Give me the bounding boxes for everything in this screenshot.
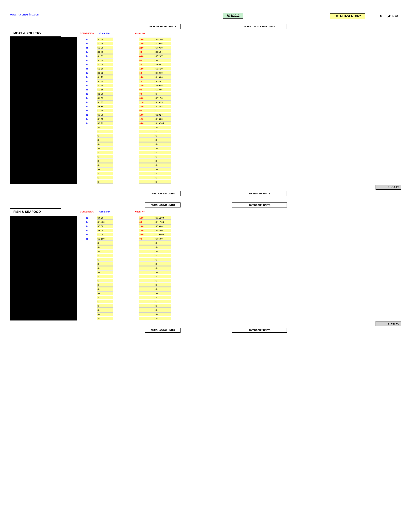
price-cell: $2.50 bbox=[97, 92, 113, 95]
item-name-cell bbox=[10, 66, 77, 71]
table-row: lb$0.8932.0$28.48 bbox=[10, 104, 401, 108]
fish-purchasing-units-footer: PURCHASING UNITS bbox=[145, 328, 180, 332]
price-cell: $7.00 bbox=[97, 233, 113, 236]
item-name-cell bbox=[10, 232, 77, 237]
conversion-cell: lb bbox=[77, 84, 97, 87]
total-inventory-value: $ 9,416.73 bbox=[366, 13, 401, 19]
item-name-cell bbox=[10, 171, 77, 176]
total-cell: $- bbox=[155, 138, 171, 142]
price-cell: $- bbox=[97, 304, 113, 308]
item-name-cell bbox=[10, 92, 77, 96]
price-cell: $- bbox=[97, 308, 113, 312]
price-cell: $- bbox=[97, 163, 113, 167]
item-name-cell bbox=[10, 155, 77, 159]
count-cell: 0.0 bbox=[139, 92, 155, 95]
table-row: lb$1.6943.0$72.67 bbox=[10, 54, 401, 58]
item-name-cell bbox=[10, 167, 77, 171]
count-cell: 30.0 bbox=[139, 96, 155, 100]
table-row: lb$5.7935.0$202.65 bbox=[10, 121, 401, 125]
conversion-cell: lb bbox=[77, 55, 97, 57]
price-cell: $- bbox=[97, 130, 113, 133]
item-name-cell bbox=[10, 50, 77, 54]
total-value: 9,416.73 bbox=[385, 14, 398, 18]
price-cell: $1.55 bbox=[97, 88, 113, 91]
price-cell: $- bbox=[97, 172, 113, 175]
total-cell: $18.06 bbox=[155, 75, 171, 79]
table-row: lb$12.003.0$36.00 bbox=[10, 237, 401, 241]
item-name-cell bbox=[10, 180, 77, 184]
fish-col-header-count-no: Count No. bbox=[132, 210, 148, 213]
count-cell: 3.0 bbox=[139, 237, 155, 240]
conversion-cell: lb bbox=[77, 76, 97, 78]
item-name-cell bbox=[10, 308, 77, 312]
price-cell: $1.89 bbox=[97, 109, 113, 112]
price-cell: $1.69 bbox=[97, 54, 113, 58]
total-cell: $- bbox=[155, 151, 171, 154]
table-row: $-$- bbox=[10, 291, 401, 295]
total-cell: $- bbox=[155, 292, 171, 295]
item-name-cell bbox=[10, 138, 77, 142]
total-cell: $71.70 bbox=[155, 96, 171, 100]
table-row: $-$- bbox=[10, 146, 401, 150]
conversion-cell: lb bbox=[77, 221, 97, 223]
price-cell: $7.00 bbox=[97, 224, 113, 228]
total-cell: $- bbox=[155, 159, 171, 163]
count-cell bbox=[139, 126, 155, 129]
price-cell: $6.00 bbox=[97, 228, 113, 232]
item-name-cell bbox=[10, 266, 77, 270]
total-cell: $20.35 bbox=[155, 100, 171, 104]
total-cell: $- bbox=[155, 313, 171, 316]
item-name-cell bbox=[10, 150, 77, 155]
count-cell: 13.0 bbox=[139, 113, 155, 116]
website-link[interactable]: www.rrgconsulting.com bbox=[10, 13, 39, 16]
count-cell: 12.0 bbox=[139, 67, 155, 70]
total-cell: $196.00 bbox=[155, 233, 171, 236]
conversion-cell: lb bbox=[77, 233, 97, 236]
count-cell: 35.0 bbox=[139, 121, 155, 125]
price-cell: $0.89 bbox=[97, 105, 113, 108]
price-cell: $2.10 bbox=[97, 67, 113, 70]
table-row: $-$- bbox=[10, 163, 401, 167]
total-cell: $- bbox=[155, 300, 171, 304]
total-cell: $90.85 bbox=[155, 84, 171, 87]
total-cell: $- bbox=[155, 304, 171, 308]
fish-seafood-header-row: PURCHASING UNITS INVENTORY UNITS bbox=[10, 202, 401, 208]
total-cell: $- bbox=[155, 271, 171, 274]
table-row: $-$- bbox=[10, 245, 401, 249]
count-cell: 6.0 bbox=[139, 50, 155, 54]
total-cell: $202.65 bbox=[155, 121, 171, 125]
total-cell: $13.80 bbox=[155, 117, 171, 121]
table-row: $-$- bbox=[10, 316, 401, 321]
table-row: $-$- bbox=[10, 266, 401, 270]
total-cell: $28.48 bbox=[155, 105, 171, 108]
table-row: $-$- bbox=[10, 171, 401, 176]
count-cell bbox=[139, 130, 155, 133]
total-cell: $112.00 bbox=[155, 220, 171, 224]
count-cell bbox=[139, 275, 155, 278]
total-cell: $- bbox=[155, 180, 171, 184]
item-name-cell bbox=[10, 300, 77, 304]
conversion-cell: lb bbox=[77, 122, 97, 124]
item-name-cell bbox=[10, 216, 77, 220]
conversion-cell: lb bbox=[77, 93, 97, 95]
conversion-cell: lb bbox=[77, 47, 97, 49]
meat-total-dollar: $ bbox=[388, 186, 389, 189]
price-cell: $1.69 bbox=[97, 58, 113, 62]
total-cell: $- bbox=[155, 134, 171, 138]
total-cell: $25.20 bbox=[155, 67, 171, 70]
item-name-cell bbox=[10, 224, 77, 228]
total-cell: $- bbox=[155, 275, 171, 278]
meat-total-value: 758.23 bbox=[391, 186, 399, 189]
price-cell: $8.00 bbox=[97, 216, 113, 219]
table-row: $-$- bbox=[10, 312, 401, 316]
item-name-cell bbox=[10, 79, 77, 83]
table-row: lb$2.3930.0$71.70 bbox=[10, 96, 401, 100]
table-row: $-$- bbox=[10, 180, 401, 184]
count-cell bbox=[139, 168, 155, 171]
fish-total-value: 610.00 bbox=[391, 322, 399, 325]
table-row: $-$- bbox=[10, 129, 401, 134]
total-cell: $35.94 bbox=[155, 50, 171, 54]
table-row: lb$14.008.0$112.00 bbox=[10, 220, 401, 224]
count-cell bbox=[139, 287, 155, 291]
table-row: $-$- bbox=[10, 138, 401, 142]
